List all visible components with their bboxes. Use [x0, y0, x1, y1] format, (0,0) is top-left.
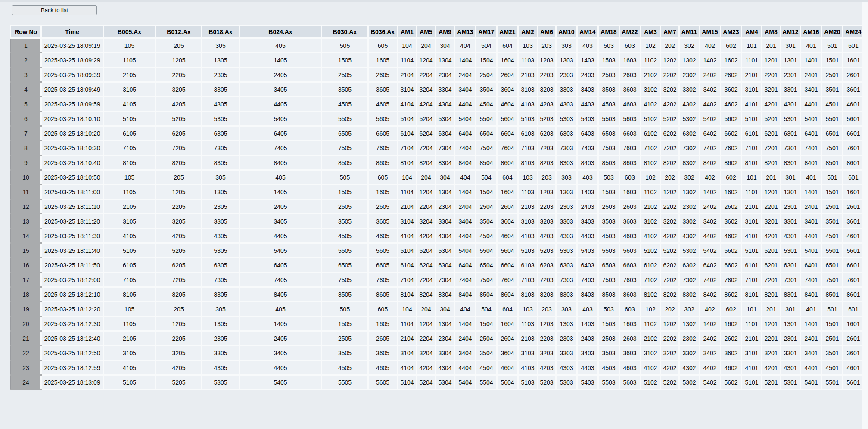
data-cell: 7204 — [417, 273, 436, 287]
data-cell: 6405 — [240, 258, 322, 273]
data-cell: 4104 — [398, 361, 417, 375]
data-cell: 5401 — [801, 112, 822, 126]
data-cell: 7401 — [801, 141, 822, 155]
data-cell: 3104 — [398, 346, 417, 361]
data-cell: 1603 — [619, 317, 641, 331]
data-cell: 1504 — [476, 317, 497, 331]
data-cell: 201 — [762, 302, 781, 317]
data-cell: 5505 — [322, 243, 368, 258]
data-cell: 202 — [661, 170, 679, 185]
data-cell: 5601 — [843, 112, 864, 126]
data-cell: 3605 — [368, 346, 398, 361]
column-header-b030-ax: B030.Ax — [322, 25, 368, 38]
data-cell: 8505 — [322, 287, 368, 302]
data-cell: 5305 — [202, 112, 240, 126]
data-cell: 6301 — [781, 258, 801, 273]
data-cell: 6601 — [843, 126, 864, 141]
data-cell: 404 — [455, 38, 476, 53]
data-cell: 4305 — [202, 361, 240, 375]
data-cell: 3403 — [577, 214, 598, 229]
data-cell: 4601 — [843, 361, 864, 375]
data-cell: 8501 — [822, 287, 843, 302]
data-cell: 2205 — [156, 331, 202, 346]
data-cell: 8202 — [661, 287, 679, 302]
data-cell: 3105 — [103, 346, 156, 361]
data-cell: 8304 — [436, 287, 455, 302]
data-cell: 4404 — [455, 229, 476, 243]
data-cell: 2405 — [240, 199, 322, 214]
data-cell: 7202 — [661, 141, 679, 155]
data-cell: 5101 — [742, 375, 762, 390]
data-cell: 1305 — [202, 185, 240, 199]
data-cell: 603 — [619, 38, 641, 53]
data-cell: 4102 — [641, 361, 661, 375]
column-header-am3: AM3 — [641, 25, 661, 38]
column-header-am17: AM17 — [476, 25, 497, 38]
column-header-am16: AM16 — [801, 25, 822, 38]
data-cell: 7201 — [762, 141, 781, 155]
data-cell: 1302 — [679, 53, 700, 68]
data-cell: 105 — [103, 170, 156, 185]
data-cell: 5403 — [577, 243, 598, 258]
data-cell: 4102 — [641, 97, 661, 112]
data-cell: 1503 — [598, 53, 619, 68]
data-cell: 8601 — [843, 155, 864, 170]
data-cell: 5601 — [843, 375, 864, 390]
data-cell: 6302 — [679, 126, 700, 141]
data-cell: 2504 — [476, 68, 497, 82]
data-cell: 3505 — [322, 214, 368, 229]
data-cell: 5503 — [598, 375, 619, 390]
data-cell: 2503 — [598, 331, 619, 346]
data-cell: 2201 — [762, 199, 781, 214]
data-cell: 1601 — [843, 185, 864, 199]
data-cell: 101 — [742, 170, 762, 185]
data-cell: 1101 — [742, 185, 762, 199]
data-cell: 3401 — [801, 214, 822, 229]
data-cell: 2101 — [742, 68, 762, 82]
data-cell: 2304 — [436, 331, 455, 346]
data-cell: 1505 — [322, 185, 368, 199]
row-number-cell: 17 — [11, 273, 41, 287]
data-cell: 503 — [598, 38, 619, 53]
data-cell: 8205 — [156, 287, 202, 302]
time-cell: 2025-03-25 18:09:49 — [41, 82, 103, 97]
data-cell: 8103 — [518, 155, 538, 170]
data-cell: 3501 — [822, 346, 843, 361]
data-cell: 7505 — [322, 141, 368, 155]
table-row-17: 172025-03-25 18:12:007105720573057405750… — [11, 273, 864, 287]
column-header-b036-ax: B036.Ax — [368, 25, 398, 38]
data-cell: 205 — [156, 38, 202, 53]
data-cell: 1101 — [742, 53, 762, 68]
data-cell: 7302 — [679, 141, 700, 155]
data-cell: 8403 — [577, 287, 598, 302]
back-to-list-button[interactable]: Back to list — [12, 5, 97, 15]
data-cell: 8203 — [538, 287, 556, 302]
data-cell: 401 — [801, 302, 822, 317]
column-header-am6: AM6 — [538, 25, 556, 38]
data-cell: 2105 — [103, 199, 156, 214]
row-number-cell: 1 — [11, 38, 41, 53]
data-cell: 4603 — [619, 97, 641, 112]
data-cell: 8602 — [721, 287, 742, 302]
data-cell: 604 — [497, 170, 518, 185]
data-cell: 4303 — [556, 97, 577, 112]
data-cell: 5605 — [368, 243, 398, 258]
data-cell: 4501 — [822, 97, 843, 112]
data-cell: 1105 — [103, 185, 156, 199]
data-cell: 1601 — [843, 317, 864, 331]
data-cell: 401 — [801, 38, 822, 53]
data-cell: 4205 — [156, 229, 202, 243]
data-cell: 5204 — [417, 243, 436, 258]
data-cell: 7603 — [619, 141, 641, 155]
row-number-cell: 11 — [11, 185, 41, 199]
data-cell: 3203 — [538, 214, 556, 229]
data-cell: 3601 — [843, 82, 864, 97]
data-cell: 6503 — [598, 126, 619, 141]
time-cell: 2025-03-25 18:12:00 — [41, 273, 103, 287]
data-cell: 6405 — [240, 126, 322, 141]
data-cell: 102 — [641, 38, 661, 53]
data-cell: 402 — [700, 170, 721, 185]
data-cell: 4103 — [518, 229, 538, 243]
data-cell: 3303 — [556, 82, 577, 97]
toolbar: Back to list — [0, 2, 868, 25]
